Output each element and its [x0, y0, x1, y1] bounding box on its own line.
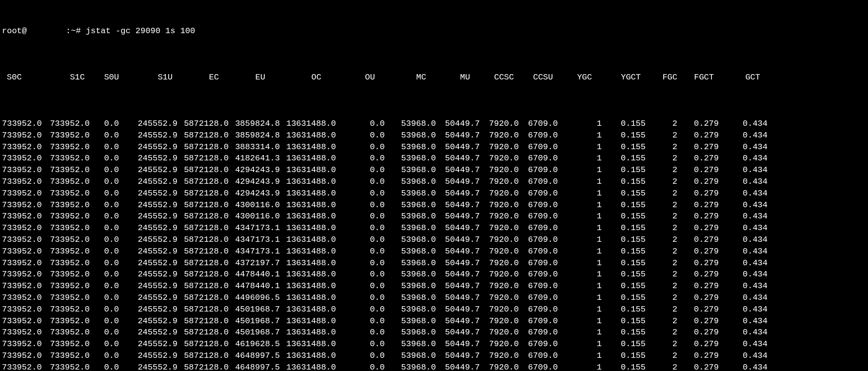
cell: 2	[646, 338, 677, 350]
cell: 733952.0	[2, 269, 43, 280]
cell: 733952.0	[43, 234, 90, 246]
cell: 5872128.0	[178, 269, 229, 280]
cell: 7920.0	[480, 327, 519, 338]
cell: 53968.0	[385, 350, 436, 362]
cell: 0.279	[677, 118, 719, 130]
cell: 1	[558, 164, 602, 176]
hdr-ec: EC	[178, 72, 229, 83]
cell: 733952.0	[43, 130, 90, 141]
cell: 13631488.0	[280, 188, 336, 199]
cell: 733952.0	[2, 304, 43, 315]
hdr-ou: OU	[336, 72, 385, 83]
table-row: 733952.0733952.00.0245552.95872128.04347…	[2, 234, 866, 246]
cell: 0.279	[677, 280, 719, 292]
cell: 733952.0	[2, 118, 43, 130]
cell: 245552.9	[119, 269, 178, 280]
cell: 5872128.0	[178, 350, 229, 362]
cell: 50449.7	[436, 269, 480, 280]
cell: 733952.0	[43, 153, 90, 164]
cell: 13631488.0	[280, 118, 336, 130]
cell: 53968.0	[385, 292, 436, 304]
cell: 2	[646, 176, 677, 188]
cell: 6709.0	[519, 350, 558, 362]
table-row: 733952.0733952.00.0245552.95872128.04648…	[2, 350, 866, 362]
cell: 0.155	[602, 350, 646, 362]
cell: 1	[558, 292, 602, 304]
table-header: S0C S1C S0U S1U EC EU OC OU MC MU CCSC C…	[2, 72, 866, 83]
cell: 0.0	[90, 327, 119, 338]
cell: 6709.0	[519, 199, 558, 211]
cell: 13631488.0	[280, 222, 336, 234]
cell: 733952.0	[43, 211, 90, 222]
table-row: 733952.0733952.00.0245552.95872128.04619…	[2, 338, 866, 350]
cell: 1	[558, 315, 602, 327]
cell: 5872128.0	[178, 176, 229, 188]
cell: 13631488.0	[280, 153, 336, 164]
cell: 5872128.0	[178, 234, 229, 246]
cell: 1	[558, 257, 602, 269]
cell: 50449.7	[436, 118, 480, 130]
cell: 2	[646, 269, 677, 280]
cell: 4294243.9	[229, 164, 280, 176]
cell: 6709.0	[519, 234, 558, 246]
terminal[interactable]: root@:~# jstat -gc 29090 1s 100 S0C S1C …	[0, 0, 868, 371]
cell: 0.0	[336, 315, 385, 327]
cell: 4347173.1	[229, 246, 280, 257]
cell: 0.279	[677, 327, 719, 338]
cell: 0.0	[90, 188, 119, 199]
cell: 0.434	[719, 350, 768, 362]
cell: 4619628.5	[229, 338, 280, 350]
cell: 0.0	[90, 141, 119, 153]
cell: 0.279	[677, 338, 719, 350]
cell: 53968.0	[385, 246, 436, 257]
cell: 2	[646, 257, 677, 269]
cell: 0.0	[90, 164, 119, 176]
cell: 0.279	[677, 222, 719, 234]
cell: 50449.7	[436, 315, 480, 327]
cell: 7920.0	[480, 153, 519, 164]
cell: 245552.9	[119, 141, 178, 153]
cell: 0.434	[719, 199, 768, 211]
cell: 0.279	[677, 257, 719, 269]
cell: 733952.0	[43, 338, 90, 350]
table-row: 733952.0733952.00.0245552.95872128.04347…	[2, 222, 866, 234]
cell: 50449.7	[436, 246, 480, 257]
cell: 6709.0	[519, 118, 558, 130]
cell: 0.434	[719, 130, 768, 141]
table-row: 733952.0733952.00.0245552.95872128.03859…	[2, 130, 866, 141]
cell: 13631488.0	[280, 269, 336, 280]
cell: 7920.0	[480, 350, 519, 362]
redacted-hostname	[27, 26, 66, 35]
cell: 7920.0	[480, 269, 519, 280]
cell: 6709.0	[519, 176, 558, 188]
cell: 2	[646, 280, 677, 292]
cell: 4347173.1	[229, 222, 280, 234]
cell: 6709.0	[519, 327, 558, 338]
cell: 6709.0	[519, 188, 558, 199]
cell: 733952.0	[2, 350, 43, 362]
cell: 4372197.7	[229, 257, 280, 269]
cell: 13631488.0	[280, 338, 336, 350]
cell: 6709.0	[519, 338, 558, 350]
cell: 245552.9	[119, 211, 178, 222]
cell: 0.0	[90, 315, 119, 327]
cell: 7920.0	[480, 338, 519, 350]
cell: 0.279	[677, 211, 719, 222]
cell: 53968.0	[385, 153, 436, 164]
cell: 0.0	[90, 118, 119, 130]
cell: 1	[558, 211, 602, 222]
cell: 245552.9	[119, 234, 178, 246]
table-row: 733952.0733952.00.0245552.95872128.04496…	[2, 292, 866, 304]
cell: 2	[646, 292, 677, 304]
cell: 53968.0	[385, 176, 436, 188]
cell: 6709.0	[519, 362, 558, 371]
cell: 0.279	[677, 246, 719, 257]
cell: 245552.9	[119, 222, 178, 234]
cell: 0.0	[336, 211, 385, 222]
cell: 0.155	[602, 246, 646, 257]
cell: 1	[558, 234, 602, 246]
cell: 0.279	[677, 153, 719, 164]
hdr-oc: OC	[280, 72, 336, 83]
cell: 0.279	[677, 164, 719, 176]
cell: 5872128.0	[178, 130, 229, 141]
